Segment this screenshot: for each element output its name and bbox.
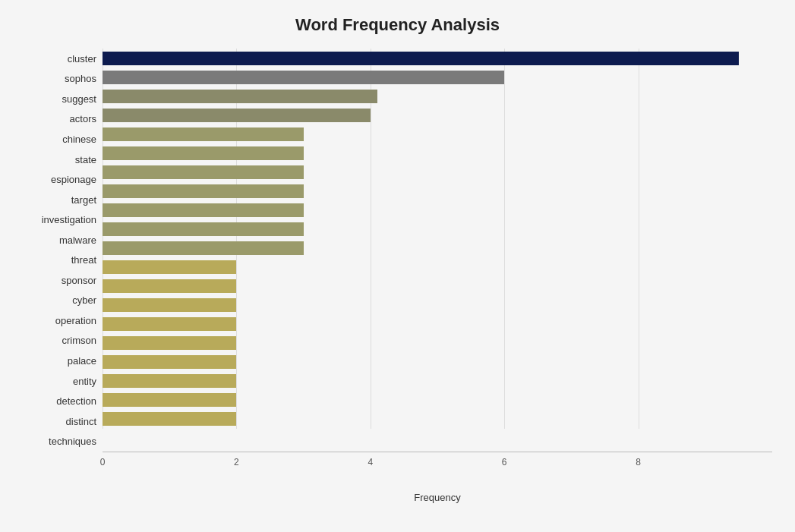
grid-line-2 [236,49,237,429]
x-tick-6: 6 [502,457,507,467]
x-axis: Frequency 02468 [103,452,772,474]
y-label-suggest: suggest [62,94,96,104]
bar-espionage [103,165,304,179]
grid-line-0 [103,49,103,429]
bar-threat [103,241,304,255]
y-label-state: state [75,155,96,165]
bar-row-sponsor [103,259,772,275]
y-label-distinct: distinct [66,417,96,427]
y-label-threat: threat [71,255,96,265]
bar-row-actors [103,107,772,124]
y-label-cluster: cluster [68,54,96,64]
bar-sophos [103,71,504,84]
y-label-cyber: cyber [72,295,96,305]
bar-row-suggest [103,88,772,105]
bar-row-investigation [103,202,772,219]
y-label-actors: actors [70,114,96,124]
y-label-sponsor: sponsor [62,275,96,285]
bar-row-cluster [103,50,772,67]
bar-row-detection [103,373,772,389]
bar-row-operation [103,297,772,313]
grid-line-6 [504,49,505,429]
bar-row-techniques [103,411,772,427]
y-label-investigation: investigation [42,215,96,225]
bar-cyber [103,279,236,293]
y-label-espionage: espionage [51,175,96,184]
bar-suggest [103,90,377,103]
bar-cluster [103,52,739,65]
bar-row-sophos [103,69,772,86]
bar-row-malware [103,221,772,238]
x-tick-2: 2 [234,457,239,467]
chart-area: clustersophossuggestactorschinesestatees… [23,49,772,474]
chart-title: Word Frequency Analysis [23,15,772,35]
chart-container: Word Frequency Analysis clustersophossug… [0,0,795,532]
y-label-malware: malware [59,235,96,245]
bar-techniques [103,412,236,426]
y-labels: clustersophossuggestactorschinesestatees… [23,49,103,474]
y-label-crimson: crimson [62,335,96,345]
bar-crimson [103,317,236,331]
grid-line-8 [639,49,639,429]
bar-row-distinct [103,392,772,408]
y-label-entity: entity [73,376,96,386]
y-label-target: target [71,195,96,205]
y-label-detection: detection [56,396,96,406]
y-label-chinese: chinese [62,134,96,144]
bar-row-entity [103,354,772,370]
y-label-techniques: techniques [49,436,96,446]
bar-palace [103,336,236,350]
bar-sponsor [103,260,236,274]
bar-row-crimson [103,316,772,332]
plot-area: Frequency 02468 [103,49,772,474]
x-tick-8: 8 [636,457,641,467]
bar-chinese [103,127,304,141]
bar-target [103,184,304,198]
y-label-sophos: sophos [65,74,96,83]
y-label-operation: operation [55,316,96,326]
bar-row-cyber [103,278,772,294]
x-tick-0: 0 [100,457,106,467]
bar-row-state [103,145,772,162]
bar-malware [103,222,304,236]
bar-state [103,146,304,160]
bar-actors [103,109,371,122]
y-label-palace: palace [68,356,96,366]
bar-row-chinese [103,126,772,143]
bar-row-espionage [103,164,772,181]
bar-row-threat [103,240,772,257]
bar-distinct [103,393,236,407]
grid-lines [103,49,772,429]
grid-line-4 [371,49,371,429]
bar-investigation [103,203,304,217]
bar-row-target [103,183,772,200]
bar-detection [103,374,236,388]
bars-wrapper [103,49,772,452]
bar-entity [103,355,236,369]
x-axis-label: Frequency [414,492,460,503]
bar-row-palace [103,335,772,351]
bar-operation [103,298,236,312]
x-tick-4: 4 [368,457,373,467]
